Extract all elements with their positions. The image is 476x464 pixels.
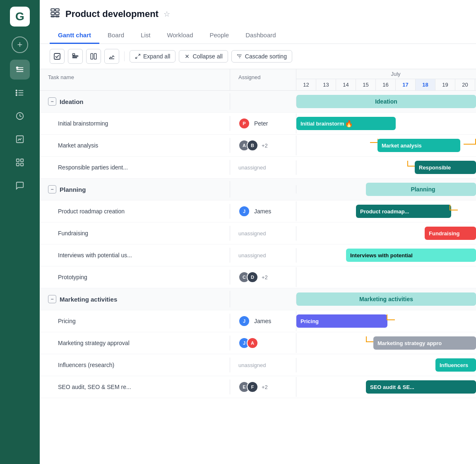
tab-workload[interactable]: Workload (159, 27, 201, 44)
arrow-pr-1 (387, 314, 387, 319)
pricing-bar[interactable]: Pricing (296, 314, 387, 328)
task-interviews-bar-cell: Interviews with potential (296, 244, 476, 266)
task-interviews-name: Interviews with potential us... (40, 248, 230, 263)
sidebar-item-reports[interactable] (10, 129, 30, 149)
svg-point-5 (16, 92, 17, 94)
task-initial-brainstorm-assigned: P Peter (230, 114, 296, 133)
task-marketing-strategy: Marketing strategy approval J A Marketin… (40, 332, 476, 354)
task-seo-name: SEO audit, SEO & SEM re... (40, 379, 230, 394)
collapse-all-label: Collapse all (192, 53, 222, 60)
cascade-sort-button[interactable]: Cascade sorting (231, 50, 292, 63)
sidebar-item-dashboard[interactable] (10, 152, 30, 172)
svg-rect-16 (55, 12, 59, 15)
svg-rect-20 (72, 53, 75, 55)
tab-board[interactable]: Board (99, 27, 132, 44)
interviews-bar[interactable]: Interviews with potential (346, 249, 476, 262)
avatar-proto-2: D (247, 271, 258, 283)
svg-line-27 (136, 57, 137, 58)
group-marketing-assigned (230, 295, 296, 303)
sidebar-item-projects[interactable] (10, 60, 30, 80)
tab-dashboard[interactable]: Dashboard (237, 27, 284, 44)
tab-people[interactable]: People (201, 27, 237, 44)
task-prototyping-name: Prototyping (40, 270, 230, 285)
fundraising-bar[interactable]: Fundraising (425, 227, 476, 240)
avatar-james-pricing: J (238, 315, 250, 327)
task-responsible: Responsible parties ident... unassigned … (40, 157, 476, 179)
avatar-2: B (247, 140, 258, 151)
svg-rect-23 (91, 53, 93, 59)
svg-rect-22 (72, 57, 77, 58)
marketing-strategy-bar[interactable]: Marketing strategy appro (373, 336, 476, 350)
avatar-stack-proto: C D (238, 271, 258, 283)
avatar-james-roadmap: J (238, 205, 250, 217)
ideation-toggle[interactable]: − (48, 97, 56, 106)
task-product-roadmap-name: Product roadmap creation (40, 204, 230, 219)
arrow-ms-1 (366, 336, 367, 341)
task-initial-brainstorm-name: Initial brainstorming (40, 116, 230, 131)
initial-brainstorm-bar[interactable]: Initial brainstorm 🔥 (296, 117, 396, 130)
days-row: 12 13 14 15 16 17 18 19 20 21 (296, 79, 476, 90)
avatar-ms-2: A (247, 337, 258, 349)
svg-rect-15 (51, 12, 55, 15)
tab-gantt[interactable]: Gantt chart (50, 27, 99, 44)
sidebar-item-time[interactable] (10, 106, 30, 126)
chart-icon-btn[interactable] (104, 49, 119, 64)
tab-list[interactable]: List (132, 27, 159, 44)
avatar-seo-2: F (247, 381, 258, 393)
task-prototyping-bar-cell (296, 266, 476, 288)
avatar-peter: P (238, 118, 250, 129)
arrow-pr2 (450, 210, 458, 210)
group-ideation-name: − Ideation (40, 93, 230, 110)
task-pricing-assigned: J James (230, 311, 296, 331)
marketing-group-bar[interactable]: Marketing activities (296, 292, 476, 306)
svg-line-26 (138, 54, 140, 56)
task-prototyping-assigned: C D +2 (230, 267, 296, 287)
market-analysis-bar[interactable]: Market analysis (377, 139, 460, 152)
favorite-star[interactable]: ☆ (163, 10, 170, 19)
task-prototyping: Prototyping C D +2 (40, 266, 476, 288)
svg-point-4 (16, 90, 17, 91)
dates-header: July 12 13 14 15 16 17 18 19 20 21 (296, 69, 476, 90)
add-button[interactable]: + (12, 36, 28, 53)
expand-icon-btn[interactable] (68, 49, 83, 64)
planning-toggle[interactable]: − (48, 185, 56, 193)
influencers-bar[interactable]: Influencers (435, 358, 476, 372)
gantt-chart: Task name Assigned July 12 13 14 15 16 1… (40, 69, 476, 464)
seo-bar[interactable]: SEO audit & SE... (366, 380, 476, 394)
task-initial-brainstorm-bar-cell: Initial brainstorm 🔥 (296, 113, 476, 134)
checkbox-icon-btn[interactable] (50, 49, 65, 64)
avatar-stack-market: A B (238, 140, 258, 151)
collapse-all-button[interactable]: Collapse all (179, 50, 228, 63)
task-market-analysis: Market analysis A B +2 Market analysis (40, 135, 476, 157)
arrow-1 (370, 142, 378, 143)
sidebar-item-list[interactable] (10, 83, 30, 103)
app-logo[interactable]: G (10, 7, 30, 27)
task-product-roadmap-bar-cell: Product roadmap... (296, 201, 476, 222)
task-market-analysis-assigned: A B +2 (230, 135, 296, 155)
day-19: 19 (435, 79, 455, 90)
task-fundraising: Fundraising unassigned Fundraising (40, 222, 476, 244)
task-pricing-name: Pricing (40, 314, 230, 329)
responsible-bar[interactable]: Responsible (415, 161, 476, 174)
ideation-group-bar[interactable]: Ideation (296, 95, 476, 108)
expand-all-button[interactable]: Expand all (130, 50, 175, 63)
task-pricing: Pricing J James Pricing (40, 310, 476, 332)
group-marketing-bar-cell: Marketing activities (296, 288, 476, 310)
task-marketing-strategy-bar-cell: Marketing strategy appro (296, 332, 476, 354)
task-market-analysis-bar-cell: Market analysis (296, 135, 476, 156)
svg-rect-17 (51, 16, 55, 17)
planning-group-bar[interactable]: Planning (366, 183, 476, 196)
marketing-toggle[interactable]: − (48, 295, 56, 303)
sidebar-item-messages[interactable] (10, 176, 30, 196)
svg-rect-10 (21, 159, 23, 162)
avatar-stack-mstrat: J A (238, 337, 258, 349)
product-roadmap-bar[interactable]: Product roadmap... (356, 205, 451, 218)
task-interviews-assigned: unassigned (230, 248, 296, 263)
columns-icon-btn[interactable] (86, 49, 101, 64)
task-market-analysis-name: Market analysis (40, 138, 230, 153)
day-14: 14 (336, 79, 356, 90)
svg-rect-9 (17, 159, 19, 162)
header: Product development ☆ Gantt chart Board … (40, 0, 476, 44)
task-fundraising-name: Fundraising (40, 226, 230, 241)
task-marketing-strategy-name: Marketing strategy approval (40, 336, 230, 350)
